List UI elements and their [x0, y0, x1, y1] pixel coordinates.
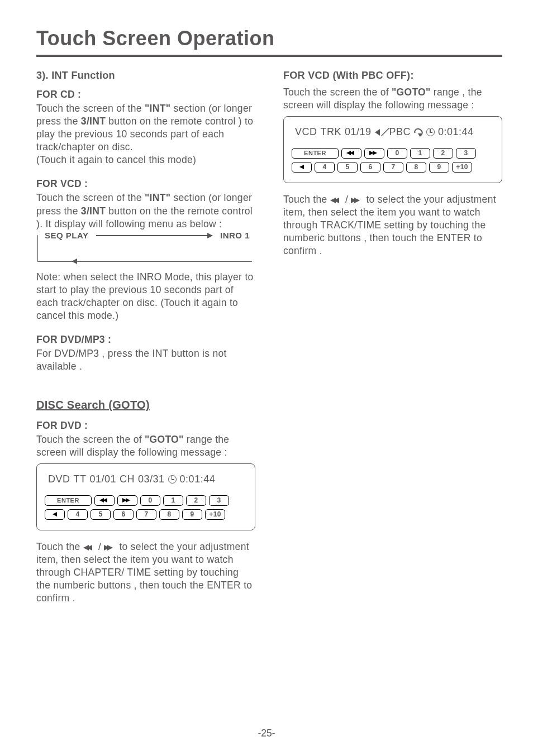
double-left-icon — [83, 545, 96, 551]
enter-button[interactable]: ENTER — [45, 495, 92, 506]
int-function-heading: 3). INT Function — [36, 69, 255, 83]
inro-note: Note: when select the INRO Mode, this pl… — [36, 271, 255, 322]
left-icon — [299, 165, 304, 169]
text: Touch the screen of the — [36, 103, 145, 114]
vcd-status-line: VCD TRK 01/19 PBC 0:01:44 — [292, 126, 494, 139]
page-number: -25- — [0, 728, 533, 739]
title-divider — [36, 55, 502, 57]
num-0-button[interactable]: 0 — [387, 148, 407, 159]
seqplay-inro-loop: SEQ PLAY INRO 1 — [37, 235, 252, 262]
for-dvdmp3-heading: FOR DVD/MP3 : — [36, 333, 255, 346]
double-right-icon — [104, 545, 116, 551]
prev-double-button[interactable] — [94, 495, 115, 506]
num-8-button[interactable]: 8 — [159, 509, 179, 520]
status-pbc: PBC — [389, 126, 411, 139]
dvd-status-line: DVD TT 01/01 CH 03/31 0:01:44 — [45, 473, 247, 486]
inro-label: INRO 1 — [217, 230, 253, 241]
arrow-right-icon — [96, 235, 212, 236]
num-0-button[interactable]: 0 — [140, 495, 160, 506]
disc-search-heading: DISC Search (GOTO) — [36, 398, 150, 412]
vcd-after-text: Touch the / to select the your adjustmen… — [283, 193, 502, 257]
page-title: Touch Screen Operation — [36, 27, 502, 50]
for-dvd-heading: FOR DVD : — [36, 419, 255, 432]
seq-play-label: SEQ PLAY — [41, 230, 92, 241]
num-2-button[interactable]: 2 — [186, 495, 206, 506]
status-vcd: VCD — [295, 126, 317, 139]
text-bold: "GOTO" — [392, 87, 431, 98]
prev-double-button[interactable] — [341, 148, 361, 159]
for-vcd-text: Touch the screen of the "INT" section (o… — [36, 192, 255, 230]
for-cd-text: Touch the screen of the "INT" section (o… — [36, 102, 255, 154]
num-4-button[interactable]: 4 — [68, 509, 88, 520]
text: / — [342, 194, 351, 205]
for-cd-cancel: (Touch it again to cancel this mode) — [36, 154, 255, 166]
num-1-button[interactable]: 1 — [163, 495, 183, 506]
num-8-button[interactable]: 8 — [406, 162, 426, 173]
num-7-button[interactable]: 7 — [383, 162, 403, 173]
back-button[interactable] — [292, 162, 312, 173]
num-9-button[interactable]: 9 — [429, 162, 449, 173]
text: Touch the — [36, 541, 83, 552]
back-button[interactable] — [45, 509, 65, 520]
num-1-button[interactable]: 1 — [410, 148, 430, 159]
status-ch: CH — [120, 473, 135, 486]
for-cd-heading: FOR CD : — [36, 88, 255, 101]
num-6-button[interactable]: 6 — [113, 509, 134, 520]
vcd-goto-panel: VCD TRK 01/19 PBC 0:01:44 ENTER 0 1 2 3 — [283, 116, 502, 183]
dvd-after-text: Touch the / to select the your adjustmen… — [36, 540, 255, 605]
num-2-button[interactable]: 2 — [433, 148, 453, 159]
status-dvd: DVD — [48, 473, 70, 486]
num-3-button[interactable]: 3 — [209, 495, 229, 506]
clock-icon — [168, 475, 177, 484]
text: Touch the screen the of — [36, 434, 145, 445]
dvd-goto-panel: DVD TT 01/01 CH 03/31 0:01:44 ENTER 0 1 … — [36, 463, 255, 530]
status-time: 0:01:44 — [180, 473, 216, 486]
status-time: 0:01:44 — [438, 126, 474, 139]
text: Touch the screen of the — [36, 192, 145, 203]
for-dvd-text: Touch the screen the of "GOTO" range the… — [36, 433, 255, 459]
num-4-button[interactable]: 4 — [315, 162, 335, 173]
status-trk-val: 01/19 — [345, 126, 372, 139]
status-tt-val: 01/01 — [90, 473, 117, 486]
status-trk: TRK — [321, 126, 342, 139]
right-column: FOR VCD (With PBC OFF): Touch the screen… — [283, 69, 502, 605]
num-7-button[interactable]: 7 — [136, 509, 156, 520]
enter-button[interactable]: ENTER — [292, 148, 339, 159]
num-6-button[interactable]: 6 — [360, 162, 380, 173]
for-vcd-heading: FOR VCD : — [36, 178, 255, 190]
num-3-button[interactable]: 3 — [456, 148, 476, 159]
num-plus10-button[interactable]: +10 — [452, 162, 472, 173]
text-bold: 3/INT — [81, 205, 106, 217]
mute-icon — [375, 128, 386, 137]
for-vcd-pbc-heading: FOR VCD (With PBC OFF): — [283, 69, 502, 83]
text: / — [96, 541, 104, 552]
for-dvdmp3-text: For DVD/MP3 , press the INT button is no… — [36, 347, 255, 373]
num-9-button[interactable]: 9 — [182, 509, 202, 520]
status-ch-val: 03/31 — [138, 473, 165, 486]
left-icon — [53, 512, 57, 516]
double-right-icon — [351, 198, 363, 203]
text: Touch the — [283, 194, 330, 205]
num-5-button[interactable]: 5 — [91, 509, 111, 520]
text-bold: "INT" — [145, 192, 170, 203]
clock-icon — [426, 128, 435, 136]
for-vcd-pbc-text: Touch the screen the of "GOTO" range , t… — [283, 86, 502, 112]
status-tt: TT — [74, 473, 87, 486]
left-column: 3). INT Function FOR CD : Touch the scre… — [36, 69, 255, 605]
text: Touch the screen the of — [283, 87, 392, 98]
num-5-button[interactable]: 5 — [337, 162, 358, 173]
double-left-icon — [330, 198, 342, 203]
next-double-button[interactable] — [364, 148, 384, 159]
next-double-button[interactable] — [117, 495, 137, 506]
repeat-icon — [413, 127, 425, 138]
text-bold: "INT" — [145, 103, 170, 114]
text-bold: 3/INT — [81, 116, 106, 127]
text-bold: "GOTO" — [145, 434, 184, 445]
num-plus10-button[interactable]: +10 — [205, 509, 225, 520]
